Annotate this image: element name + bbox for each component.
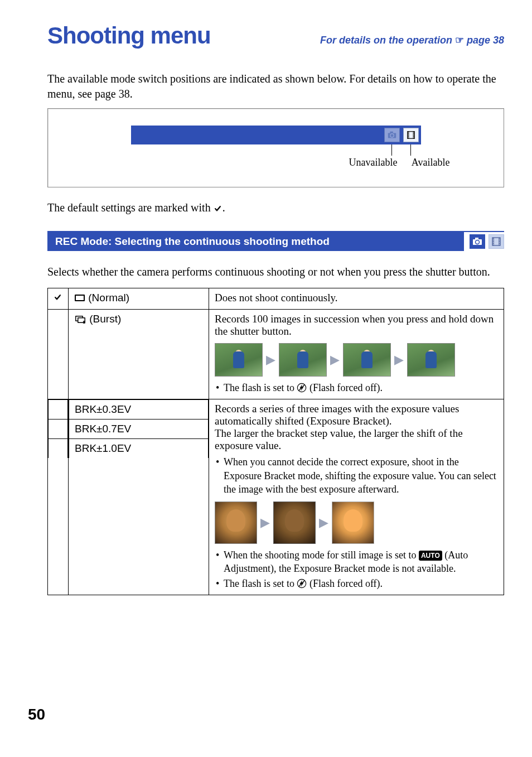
bracket-thumbnails: ▶ ▶: [215, 502, 498, 544]
pointer-icon: ☞: [455, 35, 467, 46]
arrow-icon: ▶: [260, 515, 270, 530]
brk-auto-prefix: When the shooting mode for still image i…: [224, 549, 419, 561]
burst-desc-text: Records 100 images in succession when yo…: [215, 313, 498, 337]
header-reference: For details on the operation ☞ page 38: [320, 34, 504, 46]
brk-flash-prefix: The flash is set to: [224, 578, 297, 589]
brk-option-2: BRK±0.7EV: [69, 420, 209, 439]
page-number: 50: [28, 706, 45, 724]
options-table: (Normal) Does not shoot continuously. (B…: [47, 288, 504, 595]
normal-icon: [74, 293, 85, 306]
intro-paragraph: The available mode switch positions are …: [47, 71, 504, 102]
sample-thumbnail: [332, 502, 374, 544]
option-label-burst: (Burst): [69, 310, 209, 399]
sample-thumbnail: [215, 343, 263, 377]
arrow-icon: ▶: [330, 353, 340, 367]
brk-note-exposure: When you cannot decide the correct expos…: [215, 455, 498, 496]
sample-thumbnail: [407, 343, 455, 377]
brk-option-3: BRK±1.0EV: [69, 439, 209, 459]
brk-desc-1: Records a series of three images with th…: [215, 403, 498, 427]
brk-note-flash: The flash is set to (Flash forced off).: [215, 577, 498, 590]
option-desc-burst: Records 100 images in succession when yo…: [209, 310, 504, 399]
table-row-bracket: BRK±0.3EV BRK±0.7EV BRK±1.0EV Records a …: [48, 399, 504, 595]
bracket-labels: BRK±0.3EV BRK±0.7EV BRK±1.0EV: [69, 399, 209, 595]
mode-icon-unavailable: [384, 128, 400, 142]
mode-diagram-frame: Unavailable Available: [47, 108, 504, 187]
camera-icon: [387, 130, 397, 140]
default-suffix: .: [223, 201, 225, 214]
filmstrip-icon: [406, 130, 416, 140]
default-check-cell: [48, 288, 69, 310]
section-description: Selects whether the camera performs cont…: [47, 264, 504, 279]
sample-thumbnail: [279, 343, 327, 377]
burst-thumbnails: ▶ ▶ ▶: [215, 343, 498, 377]
brk-option-1: BRK±0.3EV: [69, 400, 209, 420]
arrow-icon: ▶: [394, 353, 404, 367]
default-settings-line: The default settings are marked with .: [47, 201, 504, 214]
sample-thumbnail: [273, 502, 316, 544]
burst-icon: [74, 314, 86, 327]
section-camera-icon: [470, 234, 485, 249]
flash-off-icon: [297, 383, 307, 393]
auto-pill: AUTO: [419, 551, 442, 561]
burst-flash-suffix: (Flash forced off).: [307, 382, 383, 393]
table-row-burst: (Burst) Records 100 images in succession…: [48, 310, 504, 399]
brk-note-auto: When the shooting mode for still image i…: [215, 548, 498, 576]
burst-label-text: (Burst): [86, 313, 121, 325]
checkmark-icon: [214, 205, 223, 213]
sample-thumbnail: [343, 343, 391, 377]
unavailable-label: Unavailable: [349, 157, 398, 168]
section-title: REC Mode: Selecting the continuous shoot…: [47, 232, 464, 251]
available-label: Available: [412, 157, 450, 168]
section-film-icon: [489, 234, 504, 249]
normal-label-text: (Normal): [85, 292, 129, 303]
burst-note-flash: The flash is set to (Flash forced off).: [215, 381, 498, 394]
table-row-normal: (Normal) Does not shoot continuously.: [48, 288, 504, 310]
flash-off-icon: [297, 578, 307, 589]
section-header: REC Mode: Selecting the continuous shoot…: [47, 231, 504, 251]
burst-flash-prefix: The flash is set to: [224, 382, 297, 393]
brk-flash-suffix: (Flash forced off).: [307, 578, 383, 589]
brk-desc-2: The larger the bracket step value, the l…: [215, 427, 498, 452]
arrow-icon: ▶: [319, 515, 328, 530]
header-ref-prefix: For details on the operation: [320, 35, 455, 46]
arrow-icon: ▶: [266, 353, 275, 367]
header-ref-page: page 38: [467, 35, 504, 46]
bracket-description: Records a series of three images with th…: [209, 399, 504, 595]
mode-bar: [131, 126, 421, 144]
page-header: Shooting menu For details on the operati…: [47, 22, 504, 49]
option-label-normal: (Normal): [69, 288, 209, 310]
chapter-title: Shooting menu: [47, 22, 211, 49]
default-prefix: The default settings are marked with: [47, 201, 214, 214]
sample-thumbnail: [215, 502, 257, 544]
mode-icon-available: [403, 128, 419, 142]
checkmark-icon: [54, 293, 62, 301]
option-desc-normal: Does not shoot continuously.: [209, 288, 504, 310]
